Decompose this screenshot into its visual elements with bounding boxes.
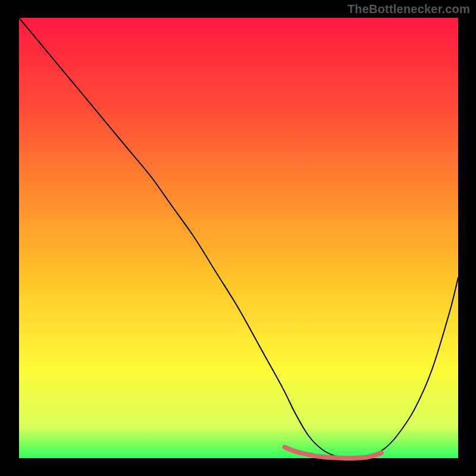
plot-background [19, 18, 458, 458]
chart-container: TheBottlenecker.com [0, 0, 476, 476]
bottleneck-chart [0, 0, 476, 476]
watermark-text: TheBottlenecker.com [347, 2, 470, 16]
